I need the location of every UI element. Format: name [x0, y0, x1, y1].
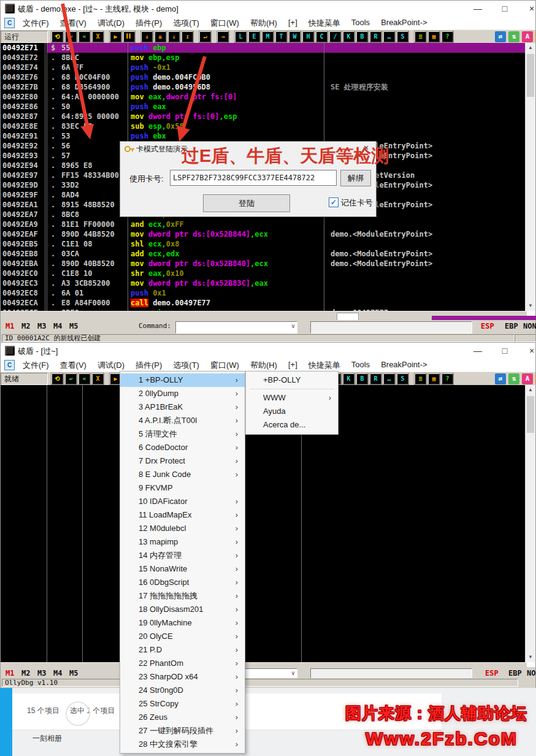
- pane-tab-M2[interactable]: M2: [21, 322, 30, 330]
- command-combobox[interactable]: ∨: [175, 321, 297, 334]
- run-trace-icon[interactable]: …: [383, 373, 395, 384]
- disasm-row[interactable]: 00492E74.6A FFpush -0x1: [1, 63, 527, 72]
- scroll-down-icon[interactable]: ▼: [526, 301, 535, 311]
- windows-icon[interactable]: W: [289, 31, 301, 42]
- memory-map-icon[interactable]: M: [262, 31, 274, 42]
- maximize-button[interactable]: □: [491, 1, 518, 17]
- pane-tab-M5[interactable]: M5: [69, 669, 78, 678]
- close-button[interactable]: ×: [518, 1, 536, 17]
- trace-over-icon[interactable]: ↧: [182, 31, 193, 42]
- plugin-menu-item[interactable]: 27 一键到解码段插件›: [120, 724, 245, 738]
- plugin-menu-item[interactable]: 10 IDAFicator›: [120, 495, 245, 508]
- album-label[interactable]: 一刻相册: [33, 733, 62, 744]
- submenu-item[interactable]: Acerca de...: [246, 418, 338, 432]
- patches-icon[interactable]: /: [329, 31, 341, 42]
- horizontal-scrollbar[interactable]: [1, 311, 527, 321]
- disasm-row[interactable]: 00492EBA.890D 40B8520mov dword ptr ds:[0…: [1, 259, 527, 269]
- close-button[interactable]: ×: [518, 343, 536, 359]
- pane-tab-M1[interactable]: M1: [6, 669, 14, 678]
- plugin-menu-item[interactable]: 9 FKVMP: [120, 481, 245, 495]
- scrollbar-thumb[interactable]: [527, 54, 534, 97]
- disasm-row[interactable]: 00492ECA.E8 A84F0000call demo.00497E77: [1, 298, 527, 308]
- menu-快捷菜单[interactable]: 快捷菜单: [303, 18, 346, 29]
- pause-icon[interactable]: ▌▌: [123, 31, 135, 42]
- titlebar[interactable]: 破盾 - [过~] — □ ×: [1, 343, 535, 359]
- plugin-menu-item[interactable]: 2 0llyDump›: [120, 387, 245, 400]
- restart-icon[interactable]: ⟲: [52, 373, 63, 384]
- scroll-down-icon[interactable]: ▼: [526, 652, 535, 662]
- plugin-menu-item[interactable]: 22 PhantOm›: [120, 657, 245, 670]
- plugin-menu-item[interactable]: 19 0llyMachine›: [120, 616, 245, 630]
- plugin-menu-item[interactable]: 7 Drx Protect›: [120, 454, 245, 468]
- help-icon[interactable]: ?: [442, 373, 453, 384]
- assistant-icon[interactable]: A: [522, 31, 533, 42]
- disasm-row[interactable]: 00492E71$55push ebp: [1, 43, 527, 53]
- disasm-row[interactable]: 00492E72.8BECmov ebp,esp: [1, 53, 527, 63]
- maximize-button[interactable]: □: [491, 343, 518, 359]
- sync-icon[interactable]: ⇄: [495, 31, 506, 42]
- disasm-row[interactable]: 00492EAF.890D 44B8520mov dword ptr ds:[0…: [1, 229, 527, 239]
- pane-tab-M3[interactable]: M3: [37, 322, 46, 330]
- disasm-row[interactable]: 00492E7B.68 D8564900push demo.004956D8SE…: [1, 82, 527, 92]
- handles-icon[interactable]: H: [302, 31, 314, 42]
- menu-窗口(W)[interactable]: 窗口(W): [205, 360, 245, 371]
- menu-帮助(H)[interactable]: 帮助(H): [245, 18, 283, 29]
- titlebar[interactable]: 破盾 - demo.exe - [过~ - 主线程, 模块 - demo] — …: [1, 1, 535, 17]
- reg-esp[interactable]: ESP: [481, 322, 494, 330]
- reg-ebp[interactable]: EBP: [508, 669, 522, 678]
- dropdown-arrow-icon[interactable]: ∨: [291, 323, 295, 329]
- references-icon[interactable]: R: [370, 373, 381, 384]
- login-button[interactable]: 登陆: [203, 194, 290, 212]
- plugin-menu-item[interactable]: 1 +BP-OLLY›: [120, 373, 245, 387]
- menu-Tools[interactable]: Tools: [346, 360, 375, 371]
- submenu-item[interactable]: WWW›: [246, 391, 338, 405]
- menu-快捷菜单[interactable]: 快捷菜单: [303, 360, 346, 371]
- goto-icon[interactable]: →: [217, 31, 229, 42]
- options-icon[interactable]: ≡: [415, 31, 426, 42]
- disasm-row[interactable]: 00492E8E.83EC 58sub esp,0x58: [1, 121, 527, 131]
- pane-tab-M4[interactable]: M4: [53, 322, 62, 330]
- remember-checkbox[interactable]: ✓: [329, 197, 339, 207]
- plugin-menu-item[interactable]: 28 中文搜索引擎›: [120, 738, 245, 751]
- disasm-row[interactable]: 00492EB8.03CAadd ecx,edxdemo.<ModuleEntr…: [1, 249, 527, 259]
- menu-查看(V)[interactable]: 查看(V): [55, 18, 92, 29]
- plugin-menu-item[interactable]: 8 E Junk Code›: [120, 468, 245, 481]
- disasm-row[interactable]: 00492E80.64:A1 0000000mov eax,dword ptr …: [1, 92, 527, 102]
- terminate-icon[interactable]: X: [92, 373, 104, 384]
- plugin-menu-item[interactable]: 26 Zeus›: [120, 711, 245, 724]
- album-app-icon[interactable]: [66, 701, 90, 726]
- pane-tab-M5[interactable]: M5: [69, 322, 78, 330]
- card-number-input[interactable]: LSPF27B2F7328C99FCC3377EE4478722: [170, 170, 337, 186]
- menu-插件(P)[interactable]: 插件(P): [130, 18, 167, 29]
- menu-调试(D)[interactable]: 调试(D): [92, 18, 130, 29]
- scroll-up-icon[interactable]: ▲: [526, 385, 535, 395]
- reg-esp[interactable]: ESP: [485, 669, 499, 678]
- plugin-menu-item[interactable]: 20 OlyCE›: [120, 630, 245, 643]
- minimize-button[interactable]: —: [464, 1, 491, 17]
- scrollbar-thumb[interactable]: [527, 396, 534, 433]
- options-icon[interactable]: ≡: [415, 373, 426, 384]
- breakpoints-icon[interactable]: B: [356, 373, 368, 384]
- submenu-item[interactable]: +BP-OLLY: [246, 373, 338, 387]
- unbind-button[interactable]: 解绑: [340, 170, 371, 186]
- plugin-menu-item[interactable]: 3 AP1BrEaK›: [120, 400, 245, 414]
- minimize-button[interactable]: —: [464, 343, 491, 359]
- menu-[+][interactable]: [+]: [283, 360, 303, 371]
- disasm-row[interactable]: 00492E76.68 B0C04F00push demo.004FC0B0: [1, 72, 527, 82]
- exec-till-return-icon[interactable]: ↵: [199, 31, 211, 42]
- plugin-menu-item[interactable]: 13 mapimp›: [120, 535, 245, 549]
- plugin-menu-item[interactable]: 23 SharpOD x64›: [120, 670, 245, 684]
- restart-icon[interactable]: ⟲: [52, 31, 63, 42]
- disasm-row[interactable]: 00492EA9.81E1 FF00000and ecx,0xFF: [1, 220, 527, 229]
- disasm-row[interactable]: 00492E86.50push eax: [1, 102, 527, 112]
- disasm-row[interactable]: 00492EC8.6A 01push 0x1: [1, 288, 527, 298]
- pane-tab-M1[interactable]: M1: [6, 322, 14, 330]
- pane-tab-M2[interactable]: M2: [21, 669, 30, 678]
- plugin-menu-item[interactable]: 15 NonaWrite›: [120, 562, 245, 576]
- scroll-up-icon[interactable]: ▲: [526, 43, 535, 53]
- updown-icon[interactable]: ⇅: [508, 31, 519, 42]
- menu-窗口(W)[interactable]: 窗口(W): [205, 18, 245, 29]
- dropdown-arrow-icon[interactable]: ∨: [291, 670, 295, 676]
- assistant-icon[interactable]: A: [522, 373, 533, 384]
- disasm-row[interactable]: 00492EB5.C1E1 08shl ecx,0x8: [1, 239, 527, 249]
